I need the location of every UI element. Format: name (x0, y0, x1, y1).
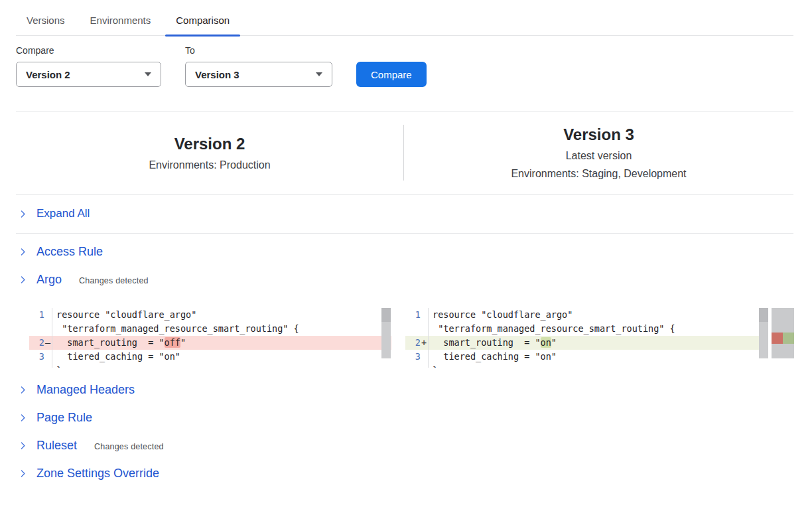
diff-line-context: 3 tiered_caching = "on" (405, 350, 768, 364)
changed-word-highlight: off (165, 337, 180, 348)
version-right-latest: Latest version (404, 149, 793, 163)
section-label: Page Rule (36, 411, 92, 425)
line-number-gutter: 3 (405, 350, 429, 364)
section-label: Ruleset (36, 439, 77, 453)
section-label: Managed Headers (36, 383, 135, 397)
line-number-gutter: 1 (405, 308, 429, 322)
code-text: } (429, 364, 438, 368)
section-header-page-rule[interactable]: Page Rule (16, 404, 793, 432)
code-text: resource "cloudflare_argo" (429, 308, 573, 322)
code-text: tiered_caching = "on" (52, 350, 180, 364)
compare-version-value: Version 2 (26, 69, 70, 80)
line-number-gutter: 1 (29, 308, 52, 322)
compare-field: Compare Version 2 (16, 45, 161, 87)
to-version-select[interactable]: Version 3 (185, 62, 332, 87)
diff-minimap[interactable] (772, 308, 794, 358)
diff-line-context: "terraform_managed_resource_smart_routin… (29, 322, 391, 336)
diff-line-context: } (405, 364, 768, 368)
chevron-right-icon (19, 413, 27, 422)
section-label: Argo (36, 273, 62, 287)
to-version-value: Version 3 (195, 69, 239, 80)
chevron-right-icon (19, 441, 27, 450)
tab-comparison[interactable]: Comparison (165, 9, 240, 35)
comparison-page: VersionsEnvironmentsComparison Compare V… (0, 0, 812, 523)
scrollbar-thumb[interactable] (759, 308, 768, 322)
minimap-added-marker (783, 333, 794, 344)
chevron-right-icon (19, 248, 27, 256)
tab-environments[interactable]: Environments (80, 9, 162, 35)
diff-line-context: "terraform_managed_resource_smart_routin… (405, 322, 768, 336)
diff-scrollbar[interactable] (381, 308, 391, 358)
diff-line-added: 2+ smart_routing = "on" (405, 336, 768, 350)
line-number-gutter (29, 322, 52, 336)
compare-form: Compare Version 2 To Version 3 Compare (16, 45, 793, 87)
argo-diff-view: 1resource "cloudflare_argo" "terraform_m… (29, 308, 794, 368)
line-number-gutter: 3 (29, 350, 52, 364)
section-header-access-rule[interactable]: Access Rule (16, 238, 793, 266)
scrollbar-thumb[interactable] (381, 308, 391, 322)
section-header-ruleset[interactable]: RulesetChanges detected (16, 432, 793, 460)
section-header-argo[interactable]: ArgoChanges detected (16, 266, 793, 294)
code-text: tiered_caching = "on" (429, 350, 557, 364)
version-right-environments: Environments: Staging, Development (404, 167, 793, 181)
version-left-header: Version 2 Environments: Production (16, 134, 403, 172)
diff-line-removed: 2– smart_routing = "off" (29, 336, 391, 350)
section-label: Zone Settings Override (36, 467, 159, 481)
tab-versions[interactable]: Versions (16, 9, 76, 35)
changes-detected-badge: Changes detected (94, 442, 164, 451)
to-field: To Version 3 (185, 45, 332, 87)
tab-bar: VersionsEnvironmentsComparison (16, 0, 793, 36)
code-text: resource "cloudflare_argo" (52, 308, 196, 322)
code-text: } (52, 364, 62, 368)
section-label: Access Rule (36, 245, 103, 259)
version-left-environments: Environments: Production (16, 158, 403, 172)
diff-panel-right: 1resource "cloudflare_argo" "terraform_m… (405, 308, 768, 368)
diff-panel-left: 1resource "cloudflare_argo" "terraform_m… (29, 308, 391, 368)
diff-line-context: 3 tiered_caching = "on" (29, 350, 391, 364)
minimap-removed-marker (772, 333, 783, 344)
compare-version-select[interactable]: Version 2 (16, 62, 161, 87)
changed-word-highlight: on (541, 337, 551, 348)
line-number-gutter: 2– (29, 336, 52, 350)
code-text: "terraform_managed_resource_smart_routin… (429, 322, 675, 336)
line-number-gutter (29, 364, 52, 368)
section-header-zone-settings-override[interactable]: Zone Settings Override (16, 460, 793, 488)
version-right-header: Version 3 Latest version Environments: S… (404, 125, 793, 181)
line-number-gutter (405, 322, 429, 336)
diff-line-context: 1resource "cloudflare_argo" (29, 308, 391, 322)
expand-all-label: Expand All (36, 207, 90, 220)
line-number-gutter (405, 364, 429, 368)
version-right-title: Version 3 (404, 125, 793, 145)
to-label: To (185, 45, 332, 56)
diff-line-context: 1resource "cloudflare_argo" (405, 308, 768, 322)
caret-down-icon (316, 72, 322, 76)
version-headers: Version 2 Environments: Production Versi… (16, 112, 793, 195)
changes-detected-badge: Changes detected (79, 276, 149, 285)
line-number-gutter: 2+ (405, 336, 429, 350)
diff-line-context: } (29, 364, 391, 368)
code-text: smart_routing = "on" (429, 336, 557, 350)
section-header-managed-headers[interactable]: Managed Headers (16, 376, 793, 404)
chevron-right-icon (19, 386, 27, 394)
chevron-right-icon (19, 210, 27, 218)
code-text: smart_routing = "off" (52, 336, 186, 350)
caret-down-icon (145, 72, 151, 76)
chevron-right-icon (19, 275, 27, 284)
section-list: Access RuleArgoChanges detected1resource… (16, 234, 793, 493)
code-text: "terraform_managed_resource_smart_routin… (52, 322, 299, 336)
diff-scrollbar[interactable] (759, 308, 768, 358)
compare-label: Compare (16, 45, 161, 56)
expand-all-toggle[interactable]: Expand All (16, 195, 793, 234)
compare-button[interactable]: Compare (356, 62, 427, 87)
version-left-title: Version 2 (16, 134, 403, 154)
chevron-right-icon (19, 469, 27, 478)
